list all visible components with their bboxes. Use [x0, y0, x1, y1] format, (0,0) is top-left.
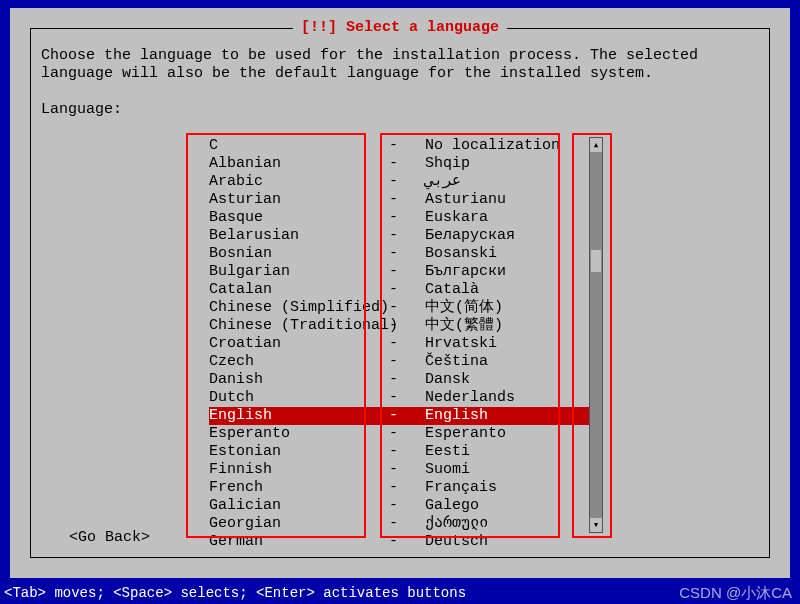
scroll-thumb[interactable]	[591, 250, 601, 272]
language-native-name: Български	[425, 263, 599, 281]
language-english-name: Chinese (Simplified)	[209, 299, 389, 317]
list-item[interactable]: French- Français	[209, 479, 599, 497]
language-native-name: Hrvatski	[425, 335, 599, 353]
separator: -	[389, 461, 425, 479]
list-item[interactable]: Asturian- Asturianu	[209, 191, 599, 209]
go-back-button[interactable]: <Go Back>	[69, 529, 150, 547]
list-item[interactable]: Georgian- ქართული	[209, 515, 599, 533]
list-item[interactable]: Basque- Euskara	[209, 209, 599, 227]
language-english-name: Finnish	[209, 461, 389, 479]
watermark: CSDN @小沐CA	[679, 584, 792, 602]
separator: -	[389, 479, 425, 497]
separator: -	[389, 533, 425, 551]
language-list[interactable]: C- No localizationAlbanian- ShqipArabic-…	[209, 137, 599, 551]
separator: -	[389, 443, 425, 461]
separator: -	[389, 299, 425, 317]
language-native-name: 中文(简体)	[425, 299, 599, 317]
language-native-name: ქართული	[425, 515, 599, 533]
separator: -	[389, 335, 425, 353]
language-english-name: Esperanto	[209, 425, 389, 443]
language-native-name: Dansk	[425, 371, 599, 389]
language-native-name: 中文(繁體)	[425, 317, 599, 335]
language-english-name: Bosnian	[209, 245, 389, 263]
separator: -	[389, 497, 425, 515]
language-label: Language:	[41, 101, 122, 119]
language-english-name: Croatian	[209, 335, 389, 353]
dialog-border: [!!] Select a language Choose the langua…	[30, 28, 770, 558]
language-english-name: Bulgarian	[209, 263, 389, 281]
language-native-name: Nederlands	[425, 389, 599, 407]
language-english-name: C	[209, 137, 389, 155]
separator: -	[389, 155, 425, 173]
language-native-name: Čeština	[425, 353, 599, 371]
list-item[interactable]: Catalan- Català	[209, 281, 599, 299]
language-native-name: Euskara	[425, 209, 599, 227]
language-native-name: No localization	[425, 137, 599, 155]
language-english-name: Arabic	[209, 173, 389, 191]
separator: -	[389, 317, 425, 335]
language-english-name: Chinese (Traditional)	[209, 317, 389, 335]
language-english-name: Danish	[209, 371, 389, 389]
list-item[interactable]: Czech- Čeština	[209, 353, 599, 371]
language-native-name: Esperanto	[425, 425, 599, 443]
list-item[interactable]: Danish- Dansk	[209, 371, 599, 389]
language-english-name: English	[209, 407, 389, 425]
list-item[interactable]: Dutch- Nederlands	[209, 389, 599, 407]
language-english-name: Asturian	[209, 191, 389, 209]
dialog-title: [!!] Select a language	[293, 19, 507, 37]
language-english-name: Georgian	[209, 515, 389, 533]
list-item[interactable]: Chinese (Simplified)- 中文(简体)	[209, 299, 599, 317]
language-native-name: عربي	[425, 173, 599, 191]
separator: -	[389, 173, 425, 191]
list-item[interactable]: Estonian- Eesti	[209, 443, 599, 461]
language-english-name: Galician	[209, 497, 389, 515]
language-english-name: Belarusian	[209, 227, 389, 245]
scrollbar[interactable]: ▴ ▾	[589, 137, 603, 533]
separator: -	[389, 371, 425, 389]
separator: -	[389, 209, 425, 227]
dialog-panel: [!!] Select a language Choose the langua…	[10, 8, 790, 578]
list-item[interactable]: Croatian- Hrvatski	[209, 335, 599, 353]
language-native-name: Deutsch	[425, 533, 599, 551]
language-native-name: English	[425, 407, 599, 425]
list-item[interactable]: Finnish- Suomi	[209, 461, 599, 479]
separator: -	[389, 515, 425, 533]
language-native-name: Suomi	[425, 461, 599, 479]
language-english-name: Czech	[209, 353, 389, 371]
list-item[interactable]: Bulgarian- Български	[209, 263, 599, 281]
instructions-text: Choose the language to be used for the i…	[41, 47, 759, 83]
language-english-name: German	[209, 533, 389, 551]
language-english-name: French	[209, 479, 389, 497]
separator: -	[389, 245, 425, 263]
language-english-name: Catalan	[209, 281, 389, 299]
separator: -	[389, 227, 425, 245]
separator: -	[389, 389, 425, 407]
language-english-name: Basque	[209, 209, 389, 227]
list-item[interactable]: Belarusian- Беларуская	[209, 227, 599, 245]
language-native-name: Asturianu	[425, 191, 599, 209]
separator: -	[389, 353, 425, 371]
list-item[interactable]: Chinese (Traditional)- 中文(繁體)	[209, 317, 599, 335]
language-native-name: Bosanski	[425, 245, 599, 263]
separator: -	[389, 407, 425, 425]
language-native-name: Français	[425, 479, 599, 497]
language-native-name: Shqip	[425, 155, 599, 173]
list-item[interactable]: Esperanto- Esperanto	[209, 425, 599, 443]
separator: -	[389, 263, 425, 281]
list-item[interactable]: Bosnian- Bosanski	[209, 245, 599, 263]
separator: -	[389, 425, 425, 443]
language-native-name: Eesti	[425, 443, 599, 461]
list-item[interactable]: English- English	[209, 407, 599, 425]
scroll-up-arrow[interactable]: ▴	[590, 138, 602, 152]
list-item[interactable]: Galician- Galego	[209, 497, 599, 515]
list-item[interactable]: C- No localization	[209, 137, 599, 155]
list-item[interactable]: Albanian- Shqip	[209, 155, 599, 173]
language-english-name: Albanian	[209, 155, 389, 173]
scroll-down-arrow[interactable]: ▾	[590, 518, 602, 532]
list-item[interactable]: German- Deutsch	[209, 533, 599, 551]
list-item[interactable]: Arabic- عربي	[209, 173, 599, 191]
separator: -	[389, 191, 425, 209]
language-english-name: Dutch	[209, 389, 389, 407]
language-native-name: Galego	[425, 497, 599, 515]
separator: -	[389, 137, 425, 155]
